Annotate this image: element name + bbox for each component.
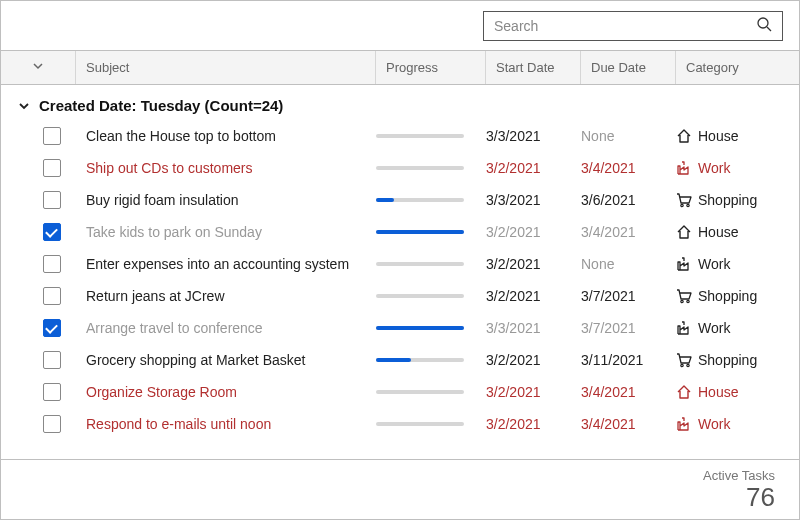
chevron-down-icon [31,59,45,76]
progress-bar[interactable] [376,358,464,362]
search-input[interactable] [492,17,754,35]
column-header-complete[interactable] [1,51,76,84]
cell-checkbox [1,351,76,369]
progress-bar[interactable] [376,326,464,330]
footer: Active Tasks 76 [1,459,799,519]
cell-progress [376,230,486,234]
cell-progress [376,134,486,138]
svg-line-1 [767,27,771,31]
group-header-label: Created Date: Tuesday (Count=24) [39,97,283,114]
progress-bar[interactable] [376,134,464,138]
house-icon [676,128,692,144]
task-checkbox[interactable] [43,415,61,433]
progress-bar[interactable] [376,166,464,170]
cell-checkbox [1,319,76,337]
task-row[interactable]: Arrange travel to conference3/3/20213/7/… [1,312,799,344]
cell-category: Shopping [676,288,799,304]
category-label: House [698,224,738,240]
cell-checkbox [1,127,76,145]
cell-progress [376,166,486,170]
house-icon [676,384,692,400]
cell-start-date: 3/2/2021 [486,256,581,272]
cell-start-date: 3/2/2021 [486,384,581,400]
cell-progress [376,358,486,362]
search-icon [756,16,772,35]
task-checkbox[interactable] [43,127,61,145]
category-label: House [698,384,738,400]
cell-due-date: 3/7/2021 [581,320,676,336]
svg-point-0 [758,18,768,28]
cell-category: Work [676,320,799,336]
cell-category: Shopping [676,352,799,368]
cell-subject: Organize Storage Room [76,384,376,400]
column-header-category[interactable]: Category [676,51,799,84]
search-box[interactable] [483,11,783,41]
category-label: Work [698,320,730,336]
progress-fill [376,358,411,362]
column-header-due-date[interactable]: Due Date [581,51,676,84]
cell-category: House [676,384,799,400]
cart-icon [676,288,692,304]
task-list-body: Created Date: Tuesday (Count=24) Clean t… [1,85,799,459]
category-label: Work [698,256,730,272]
cell-start-date: 3/3/2021 [486,192,581,208]
cell-due-date: None [581,256,676,272]
progress-bar[interactable] [376,422,464,426]
task-row[interactable]: Ship out CDs to customers3/2/20213/4/202… [1,152,799,184]
progress-bar[interactable] [376,262,464,266]
task-row[interactable]: Enter expenses into an accounting system… [1,248,799,280]
task-row[interactable]: Organize Storage Room3/2/20213/4/2021Hou… [1,376,799,408]
task-row[interactable]: Return jeans at JCrew3/2/20213/7/2021Sho… [1,280,799,312]
task-checkbox[interactable] [43,351,61,369]
column-header-progress[interactable]: Progress [376,51,486,84]
cell-subject: Return jeans at JCrew [76,288,376,304]
progress-bar[interactable] [376,390,464,394]
task-checkbox[interactable] [43,319,61,337]
search-button[interactable] [754,16,774,35]
category-label: Shopping [698,352,757,368]
progress-bar[interactable] [376,198,464,202]
cell-due-date: 3/4/2021 [581,160,676,176]
cell-category: House [676,128,799,144]
progress-fill [376,230,464,234]
task-checkbox[interactable] [43,255,61,273]
task-checkbox[interactable] [43,223,61,241]
category-label: Work [698,160,730,176]
task-row[interactable]: Take kids to park on Sunday3/2/20213/4/2… [1,216,799,248]
progress-fill [376,326,464,330]
active-tasks-label: Active Tasks [703,468,775,483]
cell-subject: Arrange travel to conference [76,320,376,336]
progress-bar[interactable] [376,230,464,234]
cell-subject: Respond to e-mails until noon [76,416,376,432]
task-row[interactable]: Buy rigid foam insulation3/3/20213/6/202… [1,184,799,216]
chevron-down-icon [15,99,33,113]
task-checkbox[interactable] [43,159,61,177]
cart-icon [676,352,692,368]
cell-progress [376,326,486,330]
column-header-subject[interactable]: Subject [76,51,376,84]
column-header-start-date[interactable]: Start Date [486,51,581,84]
cell-category: House [676,224,799,240]
cell-subject: Grocery shopping at Market Basket [76,352,376,368]
cell-due-date: 3/4/2021 [581,416,676,432]
task-row[interactable]: Respond to e-mails until noon3/2/20213/4… [1,408,799,440]
cell-start-date: 3/2/2021 [486,288,581,304]
task-checkbox[interactable] [43,383,61,401]
group-header[interactable]: Created Date: Tuesday (Count=24) [1,93,799,120]
cell-checkbox [1,287,76,305]
cell-category: Work [676,256,799,272]
cell-subject: Take kids to park on Sunday [76,224,376,240]
category-label: House [698,128,738,144]
progress-bar[interactable] [376,294,464,298]
cell-checkbox [1,223,76,241]
task-row[interactable]: Grocery shopping at Market Basket3/2/202… [1,344,799,376]
cell-checkbox [1,415,76,433]
task-checkbox[interactable] [43,191,61,209]
cell-start-date: 3/2/2021 [486,224,581,240]
cell-due-date: 3/6/2021 [581,192,676,208]
cell-category: Shopping [676,192,799,208]
cell-progress [376,390,486,394]
task-row[interactable]: Clean the House top to bottom3/3/2021Non… [1,120,799,152]
task-checkbox[interactable] [43,287,61,305]
cell-start-date: 3/2/2021 [486,352,581,368]
